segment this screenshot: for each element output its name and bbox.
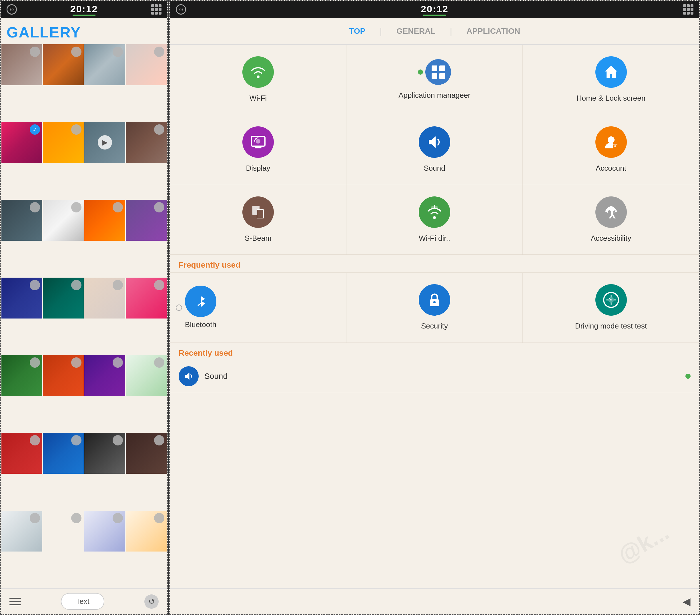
- account-icon: [596, 126, 627, 158]
- settings-item-home-lock[interactable]: Home & Lock screen: [523, 45, 699, 115]
- battery-bar-left: [73, 15, 96, 16]
- settings-item-wifi[interactable]: Wi-Fi: [170, 45, 347, 115]
- recently-used-header: Recently used: [170, 343, 699, 360]
- item-selector-checked[interactable]: ✓: [30, 124, 40, 135]
- gallery-item[interactable]: [126, 44, 167, 85]
- gallery-item[interactable]: [43, 44, 84, 85]
- item-selector[interactable]: [30, 280, 40, 290]
- gallery-item[interactable]: ▶: [84, 122, 125, 163]
- item-selector[interactable]: [71, 124, 82, 135]
- gallery-item[interactable]: [1, 44, 42, 85]
- watermark: @k...: [613, 519, 673, 569]
- settings-item-sbeam[interactable]: S-Beam: [170, 185, 347, 255]
- apps-icon-left[interactable]: [151, 4, 162, 15]
- hamburger-menu-icon[interactable]: [10, 598, 21, 605]
- item-selector[interactable]: [154, 47, 164, 57]
- apps-icon-right[interactable]: [683, 4, 693, 15]
- item-selector[interactable]: [154, 124, 164, 135]
- item-selector[interactable]: [30, 202, 40, 212]
- item-selector[interactable]: [71, 202, 82, 212]
- gallery-item[interactable]: [1, 433, 42, 474]
- settings-item-display[interactable]: Display: [170, 115, 347, 185]
- gallery-item[interactable]: [84, 355, 125, 396]
- item-selector[interactable]: [71, 47, 82, 57]
- signal-icon: ⊙: [7, 4, 17, 15]
- gallery-item[interactable]: [126, 511, 167, 552]
- gallery-item[interactable]: [43, 278, 84, 319]
- gallery-grid: ✓ ▶: [1, 44, 167, 588]
- gallery-item[interactable]: [1, 200, 42, 241]
- settings-item-sound[interactable]: Sound: [347, 115, 523, 185]
- gallery-item[interactable]: [43, 200, 84, 241]
- gallery-item[interactable]: [84, 278, 125, 319]
- text-button[interactable]: Text: [61, 593, 104, 610]
- play-button[interactable]: ▶: [98, 135, 112, 149]
- bluetooth-label: Bluetooth: [185, 320, 216, 330]
- active-dot: [418, 70, 423, 75]
- item-selector[interactable]: [30, 513, 40, 523]
- settings-item-bluetooth[interactable]: Bluetooth: [170, 273, 347, 343]
- gallery-item[interactable]: [84, 44, 125, 85]
- gallery-item[interactable]: [43, 122, 84, 163]
- svg-rect-12: [257, 210, 263, 218]
- settings-item-app-manager[interactable]: Application manageer: [347, 45, 523, 115]
- display-icon: [242, 126, 274, 158]
- sound-recent-icon: [179, 366, 199, 386]
- refresh-icon: ↺: [148, 597, 155, 606]
- settings-item-accessibility[interactable]: Accessibility: [523, 185, 699, 255]
- bluetooth-radio[interactable]: [176, 305, 182, 311]
- wifi-label: Wi-Fi: [250, 94, 267, 103]
- settings-item-wifi-direct[interactable]: Wi-Fi dir..: [347, 185, 523, 255]
- tab-general[interactable]: GENERAL: [382, 24, 450, 39]
- tab-top[interactable]: TOP: [335, 24, 379, 39]
- gallery-item[interactable]: [84, 200, 125, 241]
- tab-application[interactable]: APPLICATION: [452, 24, 535, 39]
- driving-mode-label: Driving mode test test: [575, 321, 647, 331]
- frequently-used-grid: Bluetooth Security: [170, 272, 699, 343]
- item-selector[interactable]: [154, 280, 164, 290]
- tab-divider-1: |: [379, 26, 382, 37]
- recently-item-sound[interactable]: Sound: [170, 360, 699, 392]
- gallery-item[interactable]: [126, 200, 167, 241]
- item-selector[interactable]: [154, 513, 164, 523]
- gallery-item[interactable]: [126, 355, 167, 396]
- gallery-item[interactable]: ✓: [1, 122, 42, 163]
- gallery-item[interactable]: [126, 122, 167, 163]
- gallery-item[interactable]: [84, 511, 125, 552]
- gallery-item[interactable]: [126, 278, 167, 319]
- item-selector[interactable]: [71, 280, 82, 290]
- item-selector[interactable]: [154, 202, 164, 212]
- signal-icon-right: ⊙: [176, 4, 186, 15]
- app-manager-label: Application manageer: [398, 91, 471, 100]
- gallery-item[interactable]: [84, 433, 125, 474]
- settings-item-driving-mode[interactable]: Driving mode test test: [523, 273, 699, 343]
- gallery-item[interactable]: [126, 433, 167, 474]
- gallery-item[interactable]: [43, 355, 84, 396]
- item-selector[interactable]: [113, 280, 123, 290]
- back-button[interactable]: ↺: [144, 594, 159, 609]
- item-selector[interactable]: [113, 47, 123, 57]
- svg-point-9: [614, 145, 616, 147]
- gallery-item[interactable]: [43, 433, 84, 474]
- settings-item-security[interactable]: Security: [347, 273, 523, 343]
- item-selector[interactable]: [113, 202, 123, 212]
- settings-item-account[interactable]: Accocunt: [523, 115, 699, 185]
- svg-point-6: [608, 136, 614, 143]
- item-selector[interactable]: [113, 513, 123, 523]
- wifi-direct-icon: [419, 196, 450, 228]
- status-bar-right: ⊙ 20:12: [170, 1, 699, 18]
- svg-rect-8: [613, 144, 617, 145]
- svg-rect-1: [439, 65, 445, 71]
- gallery-item[interactable]: [1, 278, 42, 319]
- svg-point-14: [433, 301, 436, 303]
- item-selector[interactable]: [71, 513, 82, 523]
- gallery-item[interactable]: [43, 511, 84, 552]
- gallery-item[interactable]: [1, 355, 42, 396]
- bluetooth-icon: [185, 286, 216, 317]
- battery-bar-right: [423, 15, 446, 16]
- display-label: Display: [246, 163, 270, 173]
- back-arrow-icon[interactable]: ◀: [683, 595, 690, 607]
- time-display-left: 20:12: [70, 3, 98, 15]
- gallery-item[interactable]: [1, 511, 42, 552]
- item-selector[interactable]: [30, 47, 40, 57]
